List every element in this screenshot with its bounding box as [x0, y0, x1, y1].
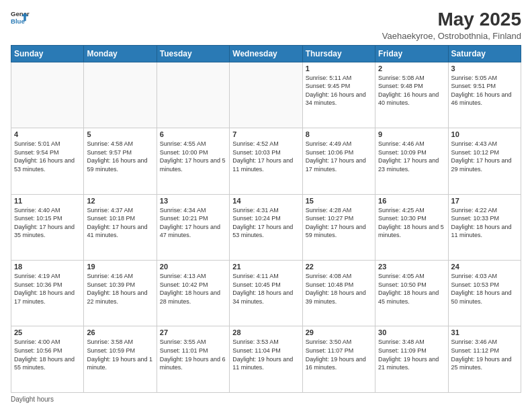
day-number: 31 — [451, 328, 518, 336]
day-number: 28 — [232, 328, 299, 336]
day-info: Sunrise: 4:03 AM Sunset: 10:53 PM Daylig… — [451, 272, 518, 306]
day-number: 21 — [232, 263, 299, 271]
day-info: Sunrise: 5:08 AM Sunset: 9:48 PM Dayligh… — [378, 74, 445, 107]
svg-text:Blue: Blue — [11, 17, 25, 25]
calendar-cell: 3Sunrise: 5:05 AM Sunset: 9:51 PM Daylig… — [448, 62, 521, 128]
day-info: Sunrise: 4:40 AM Sunset: 10:15 PM Daylig… — [14, 206, 81, 240]
day-info: Sunrise: 5:05 AM Sunset: 9:51 PM Dayligh… — [451, 74, 518, 107]
day-number: 18 — [14, 263, 81, 271]
calendar-cell: 6Sunrise: 4:55 AM Sunset: 10:00 PM Dayli… — [157, 128, 229, 194]
calendar-cell: 5Sunrise: 4:58 AM Sunset: 9:57 PM Daylig… — [84, 128, 157, 194]
day-number: 8 — [306, 130, 372, 138]
calendar-day-header: Wednesday — [230, 45, 302, 62]
day-number: 15 — [306, 197, 372, 205]
calendar-cell: 10Sunrise: 4:43 AM Sunset: 10:12 PM Dayl… — [448, 128, 521, 194]
footer-note: Daylight hours — [11, 396, 521, 403]
day-number: 10 — [451, 130, 518, 138]
page: General Blue May 2025 Vaehaekyroe, Ostro… — [0, 0, 532, 411]
day-number: 22 — [306, 263, 372, 271]
calendar-cell: 26Sunrise: 3:58 AM Sunset: 10:59 PM Dayl… — [84, 326, 157, 393]
calendar-week-row: 18Sunrise: 4:19 AM Sunset: 10:36 PM Dayl… — [11, 261, 521, 326]
day-info: Sunrise: 4:13 AM Sunset: 10:42 PM Daylig… — [160, 272, 226, 306]
calendar-cell — [157, 62, 229, 128]
calendar-week-row: 25Sunrise: 4:00 AM Sunset: 10:56 PM Dayl… — [11, 326, 521, 393]
day-number: 1 — [306, 64, 372, 73]
calendar-week-row: 11Sunrise: 4:40 AM Sunset: 10:15 PM Dayl… — [11, 194, 521, 260]
calendar-cell: 16Sunrise: 4:25 AM Sunset: 10:30 PM Dayl… — [375, 194, 448, 260]
day-info: Sunrise: 4:19 AM Sunset: 10:36 PM Daylig… — [14, 272, 81, 306]
day-info: Sunrise: 4:58 AM Sunset: 9:57 PM Dayligh… — [87, 140, 153, 173]
day-number: 4 — [14, 130, 81, 138]
day-number: 25 — [14, 328, 81, 336]
logo: General Blue — [11, 8, 30, 27]
calendar-cell: 8Sunrise: 4:49 AM Sunset: 10:06 PM Dayli… — [302, 128, 375, 194]
day-info: Sunrise: 3:58 AM Sunset: 10:59 PM Daylig… — [87, 338, 153, 371]
calendar-day-header: Saturday — [448, 45, 521, 62]
day-info: Sunrise: 4:16 AM Sunset: 10:39 PM Daylig… — [87, 272, 153, 306]
day-info: Sunrise: 5:01 AM Sunset: 9:54 PM Dayligh… — [14, 140, 81, 173]
logo-icon: General Blue — [11, 8, 30, 27]
day-number: 17 — [451, 197, 518, 205]
calendar-cell: 14Sunrise: 4:31 AM Sunset: 10:24 PM Dayl… — [230, 194, 302, 260]
calendar-cell: 21Sunrise: 4:11 AM Sunset: 10:45 PM Dayl… — [230, 261, 302, 326]
day-info: Sunrise: 3:46 AM Sunset: 11:12 PM Daylig… — [451, 338, 518, 371]
calendar-cell: 17Sunrise: 4:22 AM Sunset: 10:33 PM Dayl… — [448, 194, 521, 260]
calendar-cell: 20Sunrise: 4:13 AM Sunset: 10:42 PM Dayl… — [157, 261, 229, 326]
day-number: 2 — [378, 64, 445, 73]
calendar-cell: 28Sunrise: 3:53 AM Sunset: 11:04 PM Dayl… — [230, 326, 302, 393]
day-info: Sunrise: 4:31 AM Sunset: 10:24 PM Daylig… — [232, 206, 299, 240]
calendar-day-header: Tuesday — [157, 45, 229, 62]
subtitle: Vaehaekyroe, Ostrobothnia, Finland — [382, 31, 521, 41]
day-number: 6 — [160, 130, 226, 138]
calendar-cell: 15Sunrise: 4:28 AM Sunset: 10:27 PM Dayl… — [302, 194, 375, 260]
calendar-cell: 2Sunrise: 5:08 AM Sunset: 9:48 PM Daylig… — [375, 62, 448, 128]
day-info: Sunrise: 3:55 AM Sunset: 11:01 PM Daylig… — [160, 338, 226, 371]
calendar-cell: 1Sunrise: 5:11 AM Sunset: 9:45 PM Daylig… — [302, 62, 375, 128]
calendar-cell — [84, 62, 157, 128]
calendar-table: SundayMondayTuesdayWednesdayThursdayFrid… — [11, 45, 521, 393]
day-number: 3 — [451, 64, 518, 73]
calendar-cell: 12Sunrise: 4:37 AM Sunset: 10:18 PM Dayl… — [84, 194, 157, 260]
day-info: Sunrise: 4:52 AM Sunset: 10:03 PM Daylig… — [232, 140, 299, 173]
day-info: Sunrise: 4:49 AM Sunset: 10:06 PM Daylig… — [306, 140, 372, 173]
calendar-cell — [230, 62, 302, 128]
day-number: 19 — [87, 263, 153, 271]
day-number: 5 — [87, 130, 153, 138]
calendar-day-header: Monday — [84, 45, 157, 62]
calendar-cell: 11Sunrise: 4:40 AM Sunset: 10:15 PM Dayl… — [11, 194, 84, 260]
calendar-cell: 22Sunrise: 4:08 AM Sunset: 10:48 PM Dayl… — [302, 261, 375, 326]
calendar-week-row: 4Sunrise: 5:01 AM Sunset: 9:54 PM Daylig… — [11, 128, 521, 194]
day-info: Sunrise: 4:25 AM Sunset: 10:30 PM Daylig… — [378, 206, 445, 240]
calendar-cell: 30Sunrise: 3:48 AM Sunset: 11:09 PM Dayl… — [375, 326, 448, 393]
calendar-week-row: 1Sunrise: 5:11 AM Sunset: 9:45 PM Daylig… — [11, 62, 521, 128]
day-info: Sunrise: 4:34 AM Sunset: 10:21 PM Daylig… — [160, 206, 226, 240]
day-number: 9 — [378, 130, 445, 138]
calendar-cell: 9Sunrise: 4:46 AM Sunset: 10:09 PM Dayli… — [375, 128, 448, 194]
calendar-cell: 27Sunrise: 3:55 AM Sunset: 11:01 PM Dayl… — [157, 326, 229, 393]
day-number: 16 — [378, 197, 445, 205]
title-block: May 2025 Vaehaekyroe, Ostrobothnia, Finl… — [382, 8, 521, 41]
day-info: Sunrise: 4:11 AM Sunset: 10:45 PM Daylig… — [232, 272, 299, 306]
day-number: 27 — [160, 328, 226, 336]
day-number: 20 — [160, 263, 226, 271]
day-info: Sunrise: 4:43 AM Sunset: 10:12 PM Daylig… — [451, 140, 518, 173]
day-number: 26 — [87, 328, 153, 336]
main-title: May 2025 — [382, 8, 521, 31]
calendar-day-header: Sunday — [11, 45, 84, 62]
day-info: Sunrise: 3:48 AM Sunset: 11:09 PM Daylig… — [378, 338, 445, 371]
day-number: 24 — [451, 263, 518, 271]
calendar-cell — [11, 62, 84, 128]
day-number: 23 — [378, 263, 445, 271]
calendar-cell: 31Sunrise: 3:46 AM Sunset: 11:12 PM Dayl… — [448, 326, 521, 393]
calendar-cell: 23Sunrise: 4:05 AM Sunset: 10:50 PM Dayl… — [375, 261, 448, 326]
day-number: 30 — [378, 328, 445, 336]
calendar-cell: 7Sunrise: 4:52 AM Sunset: 10:03 PM Dayli… — [230, 128, 302, 194]
day-info: Sunrise: 3:50 AM Sunset: 11:07 PM Daylig… — [306, 338, 372, 371]
day-info: Sunrise: 3:53 AM Sunset: 11:04 PM Daylig… — [232, 338, 299, 371]
day-info: Sunrise: 4:46 AM Sunset: 10:09 PM Daylig… — [378, 140, 445, 173]
header: General Blue May 2025 Vaehaekyroe, Ostro… — [11, 8, 521, 41]
day-info: Sunrise: 4:00 AM Sunset: 10:56 PM Daylig… — [14, 338, 81, 371]
day-number: 29 — [306, 328, 372, 336]
day-info: Sunrise: 4:55 AM Sunset: 10:00 PM Daylig… — [160, 140, 226, 173]
calendar-cell: 4Sunrise: 5:01 AM Sunset: 9:54 PM Daylig… — [11, 128, 84, 194]
